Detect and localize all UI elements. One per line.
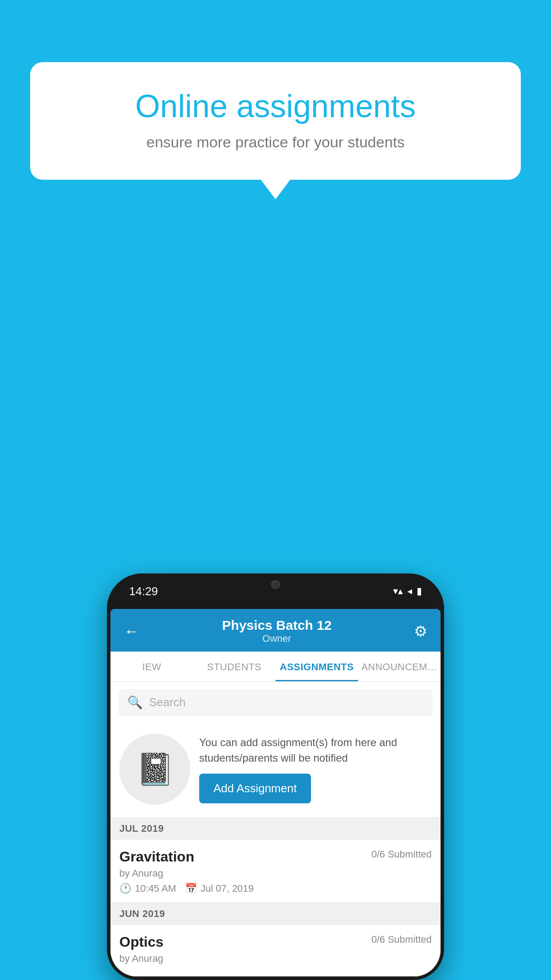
app-header: ← Physics Batch 12 Owner ⚙ [110, 609, 441, 652]
submitted-count-optics: 0/6 Submitted [371, 934, 432, 945]
notebook-icon: 📓 [136, 751, 174, 787]
tab-bar: IEW STUDENTS ASSIGNMENTS ANNOUNCEM… [110, 652, 441, 682]
status-bar: 14:29 ▾▴ ◂ ▮ [107, 573, 444, 609]
tab-assignments[interactable]: ASSIGNMENTS [276, 652, 358, 681]
assignment-meta-optics: by Anurag [119, 953, 432, 964]
assignment-meta-gravitation: by Anurag [119, 868, 432, 879]
phone-outer: 14:29 ▾▴ ◂ ▮ ← Physics Batch 12 Owner ⚙ [107, 573, 444, 980]
header-subtitle: Owner [222, 633, 332, 644]
clock-icon: 🕐 [119, 883, 131, 894]
battery-icon: ▮ [417, 585, 422, 597]
promo-icon-circle: 📓 [119, 734, 190, 805]
assignment-item-gravitation[interactable]: Gravitation 0/6 Submitted by Anurag 🕐 10… [110, 840, 441, 903]
search-input[interactable]: Search [149, 695, 185, 709]
assignment-time-row-gravitation: 🕐 10:45 AM 📅 Jul 07, 2019 [119, 883, 432, 894]
assignment-name-optics: Optics [119, 934, 164, 950]
assignment-name-gravitation: Gravitation [119, 849, 194, 865]
header-center: Physics Batch 12 Owner [222, 618, 332, 644]
search-bar: 🔍 Search [110, 682, 441, 723]
promo-text: You can add assignment(s) from here and … [199, 735, 432, 766]
tab-students[interactable]: STUDENTS [193, 652, 276, 681]
assignment-top-row-optics: Optics 0/6 Submitted [119, 934, 432, 950]
section-title-jun: JUN 2019 [119, 908, 165, 919]
search-icon: 🔍 [127, 695, 143, 710]
calendar-icon: 📅 [185, 883, 197, 894]
signal-icon: ◂ [407, 585, 412, 597]
assignment-date: Jul 07, 2019 [201, 883, 254, 894]
date-item: 📅 Jul 07, 2019 [185, 883, 254, 894]
promo-content: You can add assignment(s) from here and … [199, 735, 432, 804]
section-header-jun: JUN 2019 [110, 903, 441, 925]
notch-camera [271, 580, 280, 589]
back-button[interactable]: ← [124, 622, 140, 640]
tab-announcements[interactable]: ANNOUNCEM… [358, 652, 441, 681]
tab-iew[interactable]: IEW [110, 652, 193, 681]
assignment-item-optics[interactable]: Optics 0/6 Submitted by Anurag [110, 925, 441, 976]
status-icons: ▾▴ ◂ ▮ [393, 585, 422, 597]
phone-screen: ← Physics Batch 12 Owner ⚙ IEW STUDENTS … [110, 609, 441, 976]
settings-icon[interactable]: ⚙ [414, 622, 427, 640]
notch [244, 573, 307, 596]
time-item: 🕐 10:45 AM [119, 883, 176, 894]
speech-bubble-container: Online assignments ensure more practice … [30, 62, 521, 180]
phone-container: 14:29 ▾▴ ◂ ▮ ← Physics Batch 12 Owner ⚙ [107, 573, 444, 980]
assignment-time: 10:45 AM [135, 883, 176, 894]
search-input-wrapper[interactable]: 🔍 Search [118, 689, 433, 716]
bubble-subtitle: ensure more practice for your students [61, 134, 490, 151]
section-title-jul: JUL 2019 [119, 823, 164, 834]
speech-bubble: Online assignments ensure more practice … [30, 62, 521, 180]
submitted-count-gravitation: 0/6 Submitted [371, 849, 432, 860]
wifi-icon: ▾▴ [393, 585, 403, 597]
add-assignment-button[interactable]: Add Assignment [199, 774, 311, 803]
assignment-top-row: Gravitation 0/6 Submitted [119, 849, 432, 865]
bubble-title: Online assignments [61, 89, 490, 124]
promo-block: 📓 You can add assignment(s) from here an… [110, 723, 441, 818]
section-header-jul: JUL 2019 [110, 818, 441, 840]
status-time: 14:29 [129, 585, 158, 598]
header-title: Physics Batch 12 [222, 618, 332, 633]
